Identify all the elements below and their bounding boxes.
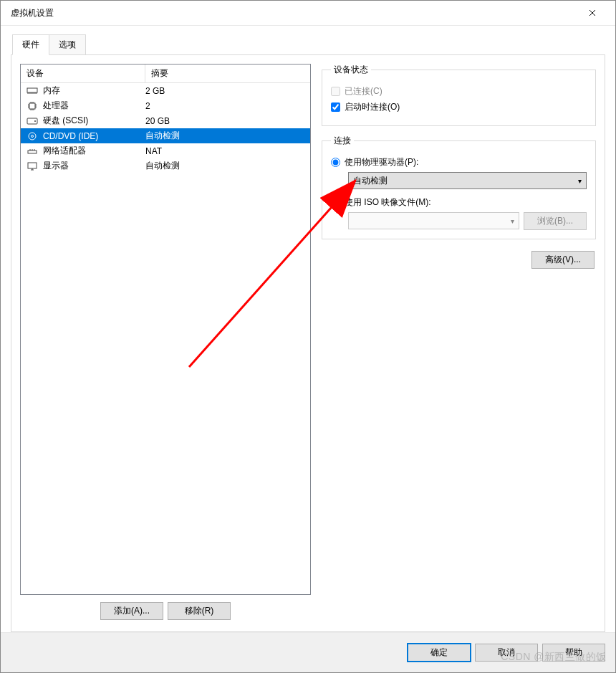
connected-checkbox [331, 87, 340, 96]
left-button-row: 添加(A)... 移除(R) [20, 602, 311, 620]
use-iso-radio[interactable] [331, 198, 340, 207]
device-row-cddvd[interactable]: CD/DVD (IDE) 自动检测 [21, 128, 310, 143]
connect-poweron-checkbox[interactable] [331, 102, 340, 112]
tab-strip: 硬件 选项 [12, 34, 605, 55]
svg-point-4 [29, 133, 36, 140]
cpu-icon [25, 100, 39, 112]
iso-path-row: ▾ 浏览(B)... [348, 212, 587, 230]
connected-label: 已连接(C) [345, 85, 382, 97]
help-button[interactable]: 帮助 [542, 644, 605, 662]
svg-rect-7 [28, 163, 37, 168]
physical-drive-value: 自动检测 [353, 175, 388, 187]
device-row-harddisk[interactable]: 硬盘 (SCSI) 20 GB [21, 113, 310, 128]
device-name: 网络适配器 [43, 145, 145, 157]
use-physical-label: 使用物理驱动器(P): [345, 156, 418, 168]
ok-button[interactable]: 确定 [408, 644, 471, 662]
device-row-network[interactable]: 网络适配器 NAT [21, 143, 310, 158]
vm-settings-dialog: 虚拟机设置 硬件 选项 设备 摘要 内存 2 GB [0, 0, 616, 673]
titlebar: 虚拟机设置 [1, 1, 615, 26]
device-list-header: 设备 摘要 [21, 65, 310, 83]
device-name: 硬盘 (SCSI) [43, 115, 145, 127]
svg-rect-1 [29, 103, 35, 109]
cd-icon [25, 130, 39, 142]
add-button[interactable]: 添加(A)... [100, 602, 163, 620]
svg-point-3 [34, 120, 36, 122]
svg-rect-6 [28, 151, 37, 153]
col-header-device[interactable]: 设备 [21, 65, 145, 82]
right-pane: 设备状态 已连接(C) 启动时连接(O) 连接 使用物理驱动器(P): [322, 64, 596, 623]
close-button[interactable] [576, 1, 608, 26]
tab-hardware[interactable]: 硬件 [12, 34, 49, 55]
connection-legend: 连接 [331, 135, 354, 147]
connection-group: 连接 使用物理驱动器(P): 自动检测 ▾ 使用 ISO 映像文件(M): [322, 135, 596, 239]
connect-poweron-label: 启动时连接(O) [345, 101, 400, 113]
device-name: 显示器 [43, 160, 145, 172]
use-iso-label: 使用 ISO 映像文件(M): [345, 196, 431, 209]
harddisk-icon [25, 115, 39, 127]
device-row-memory[interactable]: 内存 2 GB [21, 83, 310, 98]
device-list[interactable]: 设备 摘要 内存 2 GB 处理器 2 硬盘 [20, 64, 311, 595]
tab-panel-hardware: 设备 摘要 内存 2 GB 处理器 2 硬盘 [11, 54, 605, 632]
content-area: 硬件 选项 设备 摘要 内存 2 GB [1, 26, 615, 632]
device-summary: 20 GB [145, 116, 310, 126]
window-title: 虚拟机设置 [8, 7, 576, 19]
col-header-summary[interactable]: 摘要 [145, 65, 310, 82]
memory-icon [25, 85, 39, 97]
svg-point-5 [32, 135, 34, 137]
svg-rect-0 [27, 88, 37, 92]
device-status-group: 设备状态 已连接(C) 启动时连接(O) [322, 64, 596, 126]
device-summary: NAT [145, 146, 310, 156]
physical-drive-select[interactable]: 自动检测 ▾ [348, 172, 587, 189]
use-iso-radio-row[interactable]: 使用 ISO 映像文件(M): [331, 196, 587, 209]
device-name: 处理器 [43, 100, 145, 112]
connect-poweron-checkbox-row[interactable]: 启动时连接(O) [331, 101, 587, 113]
cancel-button[interactable]: 取消 [475, 644, 538, 662]
device-summary: 2 [145, 101, 310, 111]
device-row-display[interactable]: 显示器 自动检测 [21, 158, 310, 173]
dialog-button-bar: 确定 取消 帮助 [1, 632, 615, 672]
device-summary: 自动检测 [145, 160, 310, 172]
display-icon [25, 161, 39, 172]
device-summary: 2 GB [145, 86, 310, 96]
advanced-row: 高级(V)... [322, 251, 596, 269]
use-physical-radio-row[interactable]: 使用物理驱动器(P): [331, 156, 587, 168]
device-summary: 自动检测 [145, 130, 310, 142]
connected-checkbox-row: 已连接(C) [331, 85, 587, 97]
device-name: 内存 [43, 85, 145, 97]
use-physical-radio[interactable] [331, 158, 340, 167]
iso-path-combo: ▾ [348, 212, 519, 229]
tab-options[interactable]: 选项 [49, 34, 86, 55]
physical-drive-select-wrap: 自动检测 ▾ [348, 172, 587, 189]
device-row-cpu[interactable]: 处理器 2 [21, 98, 310, 113]
left-pane: 设备 摘要 内存 2 GB 处理器 2 硬盘 [20, 64, 311, 623]
advanced-button[interactable]: 高级(V)... [531, 251, 595, 269]
chevron-down-icon: ▾ [578, 177, 582, 185]
chevron-down-icon: ▾ [511, 217, 514, 225]
device-status-legend: 设备状态 [331, 64, 371, 76]
remove-button[interactable]: 移除(R) [168, 602, 231, 620]
device-name: CD/DVD (IDE) [43, 131, 145, 141]
network-icon [25, 145, 39, 157]
browse-button: 浏览(B)... [524, 212, 587, 230]
